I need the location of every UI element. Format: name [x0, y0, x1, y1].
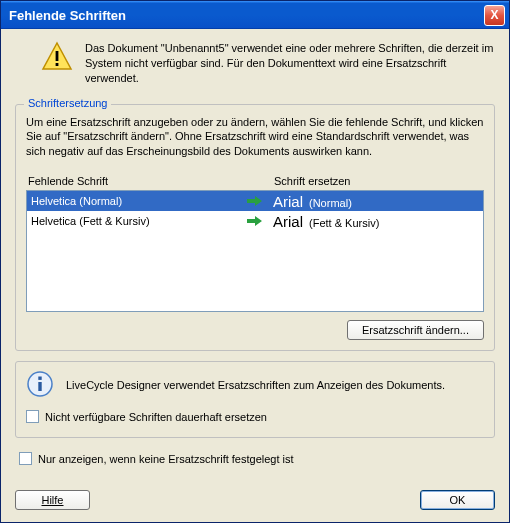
close-icon: X: [490, 8, 498, 22]
permanent-replace-label: Nicht verfügbare Schriften dauerhaft ers…: [45, 411, 267, 423]
dialog-buttons: Hilfe OK: [15, 484, 495, 510]
help-button[interactable]: Hilfe: [15, 490, 90, 510]
svg-rect-2: [56, 63, 59, 66]
change-button-row: Ersatzschrift ändern...: [26, 320, 484, 340]
svg-rect-5: [38, 382, 41, 391]
info-group: LiveCycle Designer verwendet Ersatzschri…: [15, 361, 495, 438]
dialog-content: Das Dokument "Unbenannt5" verwendet eine…: [1, 29, 509, 522]
warning-row: Das Dokument "Unbenannt5" verwendet eine…: [15, 41, 495, 86]
substitute-font-style: (Normal): [309, 197, 352, 209]
header-missing-font: Fehlende Schrift: [28, 175, 248, 187]
only-show-checkbox[interactable]: [19, 452, 32, 465]
substitute-font-name: Arial: [273, 213, 303, 230]
arrow-icon: [247, 195, 273, 207]
group-description: Um eine Ersatzschrift anzugeben oder zu …: [26, 115, 484, 160]
substitute-font-name: Arial: [273, 193, 303, 210]
font-substitution-group: Schriftersetzung Um eine Ersatzschrift a…: [15, 104, 495, 352]
font-listbox[interactable]: Helvetica (Normal) Arial (Normal) Helvet…: [26, 190, 484, 312]
missing-font-label: Helvetica (Fett & Kursiv): [31, 215, 247, 227]
permanent-replace-checkbox[interactable]: [26, 410, 39, 423]
only-show-row: Nur anzeigen, wenn keine Ersatzschrift f…: [19, 452, 495, 465]
header-substitute-font: Schrift ersetzen: [274, 175, 482, 187]
info-row: LiveCycle Designer verwendet Ersatzschri…: [26, 370, 484, 400]
close-button[interactable]: X: [484, 5, 505, 26]
table-headers: Fehlende Schrift Schrift ersetzen: [26, 175, 484, 190]
missing-fonts-dialog: Fehlende Schriften X Das Dokument "Unben…: [0, 0, 510, 523]
only-show-label: Nur anzeigen, wenn keine Ersatzschrift f…: [38, 453, 294, 465]
info-icon: [26, 370, 54, 400]
change-substitute-button[interactable]: Ersatzschrift ändern...: [347, 320, 484, 340]
substitute-font-style: (Fett & Kursiv): [309, 217, 379, 229]
permanent-replace-row: Nicht verfügbare Schriften dauerhaft ers…: [26, 410, 484, 423]
window-title: Fehlende Schriften: [9, 8, 126, 23]
title-bar: Fehlende Schriften X: [1, 1, 509, 29]
group-title: Schriftersetzung: [24, 97, 111, 109]
font-row[interactable]: Helvetica (Fett & Kursiv) Arial (Fett & …: [27, 211, 483, 231]
svg-rect-1: [56, 51, 59, 61]
info-text: LiveCycle Designer verwendet Ersatzschri…: [66, 379, 445, 391]
arrow-icon: [247, 215, 273, 227]
missing-font-label: Helvetica (Normal): [31, 195, 247, 207]
font-row[interactable]: Helvetica (Normal) Arial (Normal): [27, 191, 483, 211]
svg-rect-4: [38, 377, 41, 380]
warning-text: Das Dokument "Unbenannt5" verwendet eine…: [85, 41, 495, 86]
ok-button[interactable]: OK: [420, 490, 495, 510]
font-table: Fehlende Schrift Schrift ersetzen Helvet…: [26, 175, 484, 312]
warning-icon: [41, 41, 73, 75]
